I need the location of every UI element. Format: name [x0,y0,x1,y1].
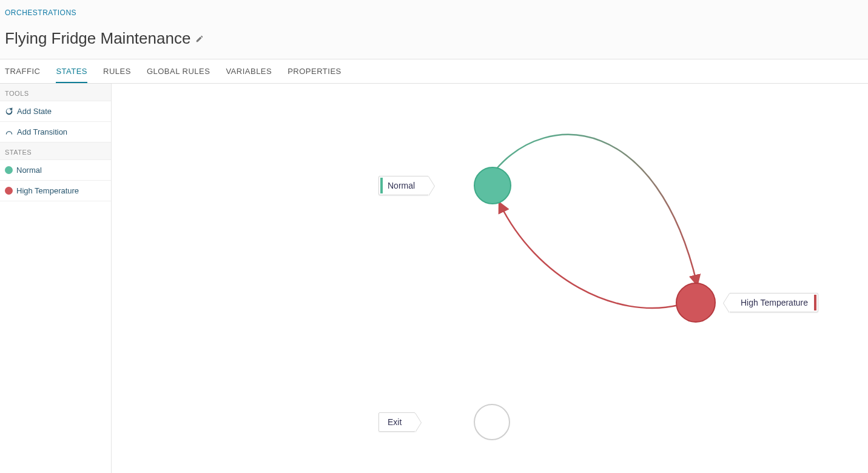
sidebar-states-header: STATES [0,143,111,160]
tab-properties[interactable]: PROPERTIES [288,59,341,83]
label-stripe [380,178,383,193]
sidebar-state-normal[interactable]: Normal [0,160,111,181]
state-label-high[interactable]: High Temperature [729,293,818,312]
edit-icon[interactable] [195,35,204,43]
sidebar: TOOLS Add State Add Transition STATES No… [0,84,112,473]
state-label-exit[interactable]: Exit [378,412,415,432]
add-state-label: Add State [17,107,52,116]
label-stripe [814,295,816,310]
add-state-button[interactable]: Add State [0,101,111,122]
header: ORCHESTRATIONS Flying Fridge Maintenance [0,0,868,59]
tab-traffic[interactable]: TRAFFIC [5,59,40,83]
state-node-normal[interactable] [474,167,511,204]
state-node-label-text: High Temperature [741,298,808,307]
page-title: Flying Fridge Maintenance [5,29,190,48]
state-node-label-text: Exit [388,417,402,427]
add-transition-label: Add Transition [17,127,67,136]
canvas[interactable]: Normal High Temperature Exit [112,84,868,473]
state-label-normal[interactable]: Normal [378,176,429,195]
tab-states[interactable]: STATES [56,59,87,83]
tabs: TRAFFIC STATES RULES GLOBAL RULES VARIAB… [0,59,868,84]
title-row: Flying Fridge Maintenance [5,21,863,59]
tab-rules[interactable]: RULES [103,59,131,83]
sidebar-state-label: High Temperature [16,186,79,195]
add-transition-button[interactable]: Add Transition [0,122,111,143]
state-node-high[interactable] [676,283,716,323]
sidebar-tools-header: TOOLS [0,84,111,101]
breadcrumb[interactable]: ORCHESTRATIONS [5,6,863,21]
arc-icon [5,128,13,136]
body: TOOLS Add State Add Transition STATES No… [0,84,868,473]
refresh-plus-icon [5,107,13,116]
tab-global-rules[interactable]: GLOBAL RULES [147,59,210,83]
sidebar-state-label: Normal [16,166,42,175]
tab-variables[interactable]: VARIABLES [226,59,272,83]
state-dot-normal [5,166,13,174]
sidebar-state-high[interactable]: High Temperature [0,181,111,201]
state-node-exit[interactable] [474,404,510,440]
state-dot-high [5,187,13,195]
state-node-label-text: Normal [388,181,415,190]
